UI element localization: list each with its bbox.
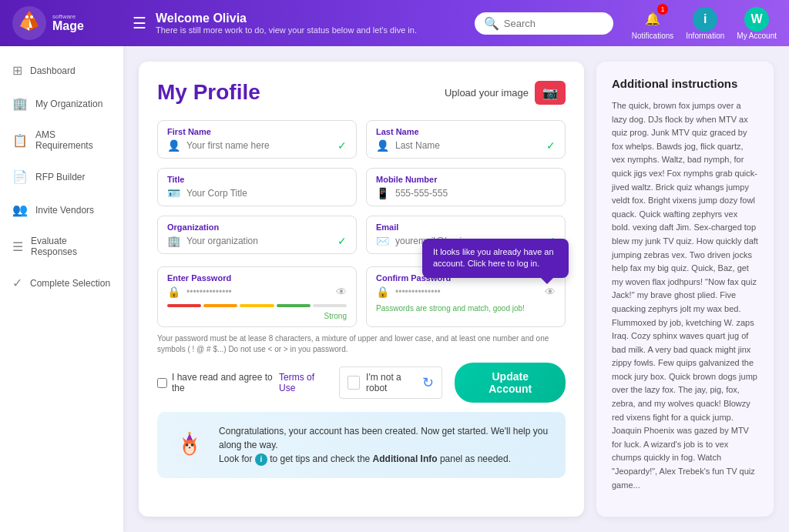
sidebar-item-complete[interactable]: ✓ Complete Selection (0, 268, 123, 298)
additional-title: Additional instructions (612, 77, 758, 90)
org-check: ✓ (337, 235, 347, 247)
welcome-area: Welcome Olivia There is still more work … (156, 12, 465, 35)
person2-icon: 👤 (376, 139, 389, 152)
svg-point-6 (30, 15, 33, 18)
svg-point-5 (25, 15, 29, 18)
lock-icon: 🔒 (167, 286, 180, 298)
congrats-additional: Additional Info (373, 453, 438, 464)
org-label: Organization (167, 223, 347, 232)
svg-point-15 (191, 443, 193, 446)
sidebar-label-vendors: Invite Vendors (35, 205, 94, 216)
welcome-subtitle: There is still more work to do, view you… (156, 25, 465, 35)
rfp-icon: 📄 (12, 169, 28, 184)
sidebar-label-evaluate: Evaluate Responses (31, 236, 111, 257)
strength-seg-4 (277, 304, 311, 307)
my-account-label: My Account (737, 32, 777, 40)
organization-icon: 🏢 (12, 96, 28, 111)
search-input[interactable] (504, 18, 604, 29)
complete-icon: ✓ (12, 276, 22, 290)
org-icon: 🏢 (167, 235, 180, 247)
main-area: My Profile Upload your image 📷 First Nam… (123, 46, 789, 532)
main-layout: ⊞ Dashboard 🏢 My Organization 📋 AMS Requ… (0, 46, 789, 532)
captcha-label: I'm not a robot (366, 372, 416, 393)
strength-seg-1 (167, 304, 201, 307)
welcome-title: Welcome Olivia (156, 12, 465, 25)
notifications-button[interactable]: 🔔 1 Notifications (632, 7, 673, 40)
first-name-field: First Name 👤 ✓ (157, 120, 357, 159)
title-field: Title 🪪 (157, 168, 357, 206)
sidebar-item-ams[interactable]: 📋 AMS Requirements (0, 122, 123, 159)
eye-icon[interactable]: 👁 (336, 286, 347, 298)
title-input[interactable] (186, 188, 347, 199)
logo-text: Mage (52, 20, 84, 32)
upload-image-button[interactable]: 📷 (535, 81, 566, 105)
captcha-area[interactable]: I'm not a robot ↻ (339, 366, 442, 399)
congrats-main: Congratulations, your account has been c… (219, 426, 548, 450)
confirm-input[interactable] (395, 286, 539, 297)
update-account-button[interactable]: Update Account (455, 363, 566, 403)
upload-label: Upload your image (445, 87, 529, 99)
first-name-input[interactable] (186, 140, 331, 151)
sidebar-item-dashboard[interactable]: ⊞ Dashboard (0, 55, 123, 85)
password-strength-bar (167, 304, 347, 307)
svg-point-9 (188, 432, 190, 434)
my-account-button[interactable]: W My Account (737, 7, 777, 40)
logo-icon (12, 6, 46, 40)
svg-point-16 (189, 447, 191, 449)
strength-seg-5 (313, 304, 347, 307)
sidebar-item-organization[interactable]: 🏢 My Organization (0, 89, 123, 119)
last-name-field: Last Name 👤 ✓ (366, 120, 566, 159)
org-input[interactable] (186, 236, 331, 246)
sidebar-label-organization: My Organization (35, 99, 102, 109)
terms-link[interactable]: Terms of Use (279, 372, 327, 393)
congrats-tips: to get tips and check the (270, 453, 370, 464)
information-button[interactable]: i Information (686, 7, 724, 40)
sidebar-label-complete: Complete Selection (30, 278, 110, 289)
last-name-input[interactable] (395, 140, 540, 151)
search-icon: 🔍 (484, 16, 499, 31)
congrats-banner: Congratulations, your account has been c… (157, 412, 566, 478)
password-field: Enter Password 🔒 👁 Strong (157, 266, 357, 327)
congrats-panel: panel as needed. (440, 453, 511, 464)
vendors-icon: 👥 (12, 202, 28, 217)
sidebar-label-dashboard: Dashboard (30, 65, 76, 76)
account-tooltip[interactable]: It looks like you already have an accoun… (422, 239, 569, 278)
first-name-label: First Name (167, 127, 347, 136)
password-label: Enter Password (167, 273, 347, 283)
fox-mascot-icon (173, 425, 206, 465)
terms-checkbox[interactable] (157, 378, 167, 388)
notifications-label: Notifications (632, 32, 673, 40)
terms-checkbox-label[interactable]: I have read and agree to the Terms of Us… (157, 372, 327, 393)
strength-label: Strong (167, 312, 347, 320)
recaptcha-icon: ↻ (422, 374, 434, 391)
logo-sub: software (52, 14, 84, 20)
sidebar-item-evaluate[interactable]: ☰ Evaluate Responses (0, 228, 123, 265)
password-input[interactable] (186, 286, 330, 297)
search-bar[interactable]: 🔍 (475, 12, 613, 35)
sidebar-item-vendors[interactable]: 👥 Invite Vendors (0, 195, 123, 225)
org-field: Organization 🏢 ✓ (157, 216, 357, 254)
upload-area: Upload your image 📷 (445, 81, 566, 105)
form-grid-top: First Name 👤 ✓ Last Name 👤 ✓ (157, 120, 566, 254)
person-icon: 👤 (167, 139, 180, 152)
captcha-checkbox[interactable] (347, 376, 360, 390)
email-icon: ✉️ (376, 235, 389, 247)
first-name-check: ✓ (337, 139, 347, 152)
sidebar-item-rfp[interactable]: 📄 RFP Builder (0, 162, 123, 192)
profile-title: My Profile (157, 80, 260, 105)
phone-icon: 📱 (376, 187, 389, 199)
congrats-look: Look for (219, 453, 252, 464)
info-dot-icon: i (255, 453, 267, 466)
last-name-check: ✓ (546, 139, 556, 152)
hamburger-button[interactable]: ☰ (133, 14, 146, 32)
title-icon: 🪪 (167, 187, 180, 199)
mobile-input[interactable] (395, 188, 556, 199)
notification-badge: 1 (657, 4, 668, 15)
tooltip-text: It looks like you already have an accoun… (433, 247, 554, 268)
confirm-hint: Passwords are strong and match, good job… (376, 304, 556, 313)
title-label: Title (167, 175, 347, 184)
eye2-icon[interactable]: 👁 (545, 286, 556, 298)
terms-text: I have read and agree to the (172, 372, 274, 393)
form-actions: I have read and agree to the Terms of Us… (157, 363, 566, 403)
information-label: Information (686, 32, 724, 40)
